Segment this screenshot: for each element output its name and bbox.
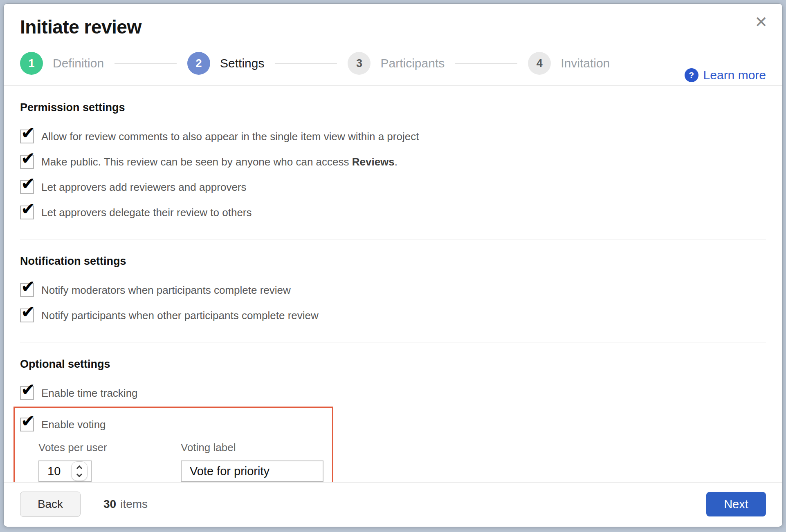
checkbox-row-notify-moderators: ✔ Notify moderators when participants co…: [20, 277, 766, 303]
checkbox-label: Make public. This review can be seen by …: [41, 156, 397, 168]
step-1-circle: 1: [20, 52, 43, 75]
wizard-stepper: 1 Definition 2 Settings 3 Participants 4…: [20, 52, 766, 75]
step-2-label: Settings: [220, 56, 264, 70]
checkbox-approvers-delegate[interactable]: ✔: [20, 206, 34, 219]
spinner-up-icon[interactable]: [76, 465, 82, 471]
step-definition[interactable]: 1 Definition: [20, 52, 104, 75]
step-settings[interactable]: 2 Settings: [187, 52, 264, 75]
check-icon: ✔: [21, 278, 35, 295]
checkbox-label: Let approvers delegate their review to o…: [41, 206, 252, 219]
check-icon: ✔: [21, 381, 35, 398]
checkbox-row-make-public: ✔ Make public. This review can be seen b…: [20, 149, 766, 174]
step-4-circle: 4: [528, 52, 551, 75]
checkbox-row-notify-participants: ✔ Notify participants when other partici…: [20, 303, 766, 328]
checkbox-review-comments[interactable]: ✔: [20, 130, 34, 143]
page-title: Initiate review: [20, 16, 766, 38]
learn-more-label: Learn more: [703, 68, 766, 82]
step-2-circle: 2: [187, 52, 210, 75]
voting-label-label: Voting label: [181, 441, 323, 454]
checkbox-row-approvers-delegate: ✔ Let approvers delegate their review to…: [20, 200, 766, 225]
dialog-footer: Back 30items Next: [4, 482, 782, 527]
checkbox-label: Notify participants when other participa…: [41, 309, 319, 322]
back-button[interactable]: Back: [20, 492, 81, 517]
checkbox-label: Enable voting: [41, 418, 106, 431]
items-count-label: items: [120, 498, 148, 510]
spinner-down-icon[interactable]: [76, 471, 82, 477]
checkbox-enable-voting[interactable]: ✔: [20, 418, 34, 431]
checkbox-label: Notify moderators when participants comp…: [41, 284, 291, 297]
checkbox-time-tracking[interactable]: ✔: [20, 386, 34, 400]
checkbox-label: Enable time tracking: [41, 387, 138, 400]
dialog-body: Permission settings ✔ Allow for review c…: [4, 86, 782, 482]
check-icon: ✔: [21, 125, 35, 142]
step-participants[interactable]: 3 Participants: [348, 52, 445, 75]
voting-label-field: Voting label: [181, 441, 323, 482]
votes-per-user-input[interactable]: 10: [38, 460, 92, 482]
checkbox-row-time-tracking: ✔ Enable time tracking: [20, 380, 766, 406]
items-count: 30items: [103, 498, 148, 511]
checkbox-row-enable-voting: ✔ Enable voting: [20, 412, 332, 437]
checkbox-make-public[interactable]: ✔: [20, 155, 34, 169]
next-button[interactable]: Next: [706, 492, 766, 516]
step-1-label: Definition: [53, 56, 104, 70]
votes-per-user-label: Votes per user: [38, 441, 181, 454]
section-heading-permission: Permission settings: [20, 101, 766, 114]
step-4-label: Invitation: [561, 56, 610, 70]
checkbox-notify-moderators[interactable]: ✔: [20, 283, 34, 297]
step-invitation[interactable]: 4 Invitation: [528, 52, 610, 75]
checkbox-notify-participants[interactable]: ✔: [20, 308, 34, 322]
number-stepper[interactable]: [71, 461, 88, 481]
check-icon: ✔: [21, 150, 35, 167]
step-connector: [115, 63, 177, 64]
step-connector: [455, 63, 517, 64]
section-heading-notification: Notification settings: [20, 255, 766, 268]
help-icon: ?: [685, 68, 698, 82]
learn-more-link[interactable]: ? Learn more: [685, 68, 766, 82]
divider: [20, 239, 766, 239]
voting-fields: Votes per user 10 Voting label: [38, 441, 332, 482]
items-count-number: 30: [103, 498, 116, 510]
check-icon: ✔: [21, 201, 35, 218]
voting-label-input[interactable]: [181, 460, 323, 482]
close-icon[interactable]: ✕: [755, 14, 768, 30]
checkbox-label: Let approvers add reviewers and approver…: [41, 181, 247, 194]
votes-per-user-field: Votes per user 10: [38, 441, 181, 482]
checkbox-row-approvers-add: ✔ Let approvers add reviewers and approv…: [20, 174, 766, 200]
checkbox-row-review-comments: ✔ Allow for review comments to also appe…: [20, 124, 766, 149]
step-connector: [275, 63, 337, 64]
divider: [20, 342, 766, 342]
votes-per-user-value: 10: [47, 465, 61, 478]
check-icon: ✔: [21, 304, 35, 321]
checkbox-approvers-add[interactable]: ✔: [20, 180, 34, 194]
initiate-review-dialog: Initiate review ✕ 1 Definition 2 Setting…: [3, 3, 783, 527]
checkbox-label: Allow for review comments to also appear…: [41, 130, 419, 143]
check-icon: ✔: [21, 413, 35, 430]
check-icon: ✔: [21, 175, 35, 192]
section-heading-optional: Optional settings: [20, 358, 766, 371]
voting-highlight-box: ✔ Enable voting Votes per user 10 Voting: [13, 407, 333, 482]
dialog-header: Initiate review ✕ 1 Definition 2 Setting…: [4, 4, 782, 86]
step-3-circle: 3: [348, 52, 371, 75]
step-3-label: Participants: [380, 56, 445, 70]
